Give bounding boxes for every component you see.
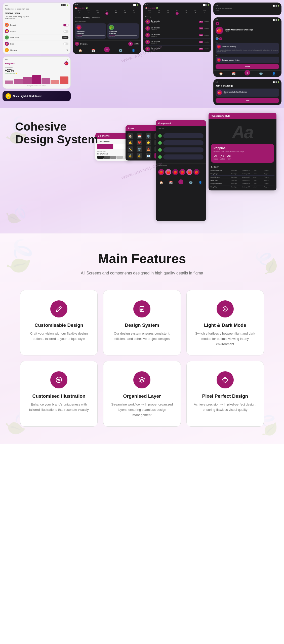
feature-6-desc: Achieve precision with pixel-perfect des…	[194, 402, 257, 413]
light-dark-icon-circle	[217, 300, 234, 317]
svg-point-7	[58, 379, 60, 381]
progress-period: Last 7 days	[5, 66, 68, 68]
phone-col-1: 9:41 ▊▊▊ 🔋 Tap the logo to select new lo…	[3, 3, 71, 105]
feature-2-desc: Our design system ensures consistent, ef…	[110, 331, 173, 342]
svg-point-4	[224, 308, 226, 310]
illustrations-label: Illustrations	[156, 164, 206, 168]
mode-banner-label: Slick Light & Dark Mode	[13, 95, 42, 98]
edit-icon	[55, 305, 63, 313]
illustration-icon	[55, 376, 63, 384]
join-challenge-title: Join a challenge	[216, 85, 279, 87]
invite-button[interactable]: Invite	[216, 64, 279, 69]
phone-col-3: 9:41▊▊▊ 🔋 📅 13 Jul, 2024 ✅ MonTueWedThuF…	[143, 3, 211, 105]
design-system-icon-circle	[133, 300, 150, 317]
join-button[interactable]: Join	[216, 98, 279, 103]
challenge-days: 7 days	[225, 31, 253, 32]
feature-card-2: Design System Our design system ensures …	[103, 290, 181, 355]
feature-3-desc: Switch effortlessly between light and da…	[194, 331, 257, 347]
diamond-icon	[221, 376, 229, 384]
sound-label: Sound	[10, 24, 62, 26]
features-grid: Customisable Design Craft your vision wi…	[20, 290, 264, 427]
progress-status: Great progress 🌟	[5, 72, 68, 74]
feature-card-3: Light & Dark Mode Switch effortlessly be…	[186, 290, 264, 355]
illustration-icon-circle	[50, 371, 67, 388]
screenshots-section: www.anyusj.com 9:41 ▊▊▊ 🔋 Tap the logo t…	[0, 0, 284, 108]
phone-col-2: 9:41▊▊▊ 🔋 📅 13 Jul, 2024 ✅ MonTueWedThuF…	[73, 3, 141, 105]
typography-card-header: Typography style	[209, 113, 276, 119]
progress-percent: +27%	[5, 68, 68, 72]
mode-banner: 💡 Slick Light & Dark Mode	[3, 91, 71, 101]
do-once-label: Do it once	[10, 36, 61, 39]
poppins-sub: Download Font: Click to download font //…	[214, 151, 271, 152]
feature-1-desc: Craft your vision with our flexible desi…	[27, 331, 90, 342]
repeat-label: Repeat	[10, 30, 62, 32]
layers-icon	[138, 376, 146, 384]
pixel-icon-circle	[217, 371, 234, 388]
feature-2-name: Design System	[110, 323, 173, 328]
feature-card-1: Customisable Design Craft your vision wi…	[20, 290, 98, 355]
features-section: 🍃 🍃 🍃 🍃 Main Features All Screens and co…	[0, 233, 284, 444]
clipboard-icon	[138, 305, 146, 313]
goal-label: Goal	[10, 43, 62, 45]
feature-1-name: Customisable Design	[27, 323, 90, 328]
settings-icon	[221, 305, 229, 313]
phone-col-4: 9:41▊▊▊ 🔋 No Junk Food Challenge Day 1 9…	[213, 3, 281, 105]
feature-5-name: Organised Layer	[110, 393, 173, 399]
features-title: Main Features	[20, 251, 264, 266]
primary-label: Primary Be...	[97, 150, 130, 152]
grayscale-label: B. Grayscale	[97, 153, 130, 155]
ds-title: Cohesive Design System	[15, 120, 269, 146]
completed-label: Completed in the last 7 days	[5, 85, 68, 87]
feature-card-4: Customised Illustration Enhance your bra…	[20, 361, 98, 426]
join-challenge-name: Social Media Detox Challenge	[224, 91, 247, 93]
feature-4-desc: Enhance your brand's uniqueness with tai…	[27, 402, 90, 413]
feature-card-5: Organised Layer Streamline workflow with…	[103, 361, 181, 426]
day1-task: Focus on relieving	[222, 46, 236, 48]
progress-title: Progress	[5, 62, 15, 65]
design-system-section: www.anyusj.com 🍃 🍃 Cohesive Design Syste…	[0, 108, 284, 233]
morning-label: Morning	[10, 49, 65, 51]
poppins-name: Poppins	[214, 146, 271, 150]
challenge-done: 0% done	[216, 35, 279, 37]
feature-card-6: Pixel Perfect Design Achieve precision w…	[186, 361, 264, 426]
customisable-icon-circle	[50, 300, 67, 317]
day2-task: Cut your screen timing	[222, 59, 239, 61]
features-subtitle: All Screens and components designed in h…	[64, 270, 220, 276]
feature-5-desc: Streamline workflow with proper organize…	[110, 402, 173, 418]
layers-icon-circle	[133, 371, 150, 388]
feature-3-name: Light & Dark Mode	[194, 323, 257, 328]
body-section-label: B. Body	[209, 165, 276, 169]
feature-6-name: Pixel Perfect Design	[194, 393, 257, 399]
challenge-title: Social Media Detox Challenge	[225, 29, 253, 31]
feature-4-name: Customised Illustration	[27, 393, 90, 399]
svg-point-5	[223, 307, 227, 311]
